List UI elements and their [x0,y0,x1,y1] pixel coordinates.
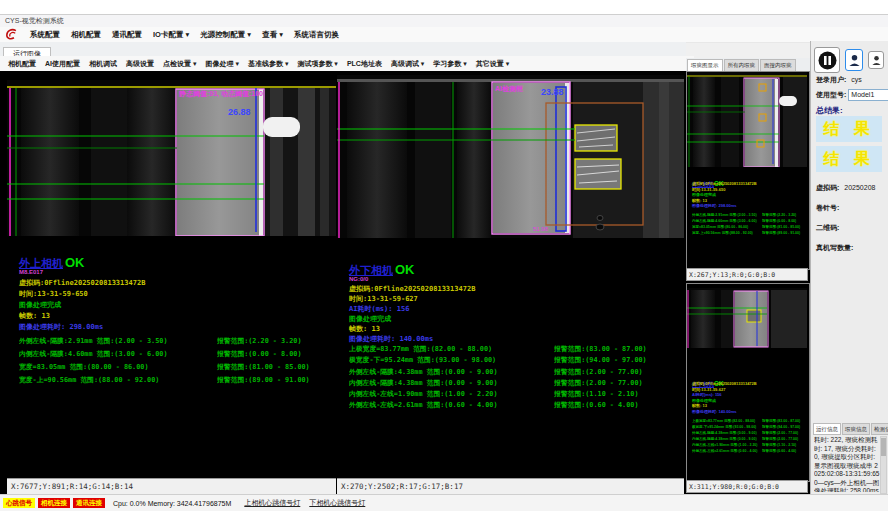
result-ok-lower: OK [395,262,415,277]
measure-alarm-range: 报警范围:(83.00 - 87.00) [554,344,680,355]
field-label: 卷针号: [816,204,839,211]
result-ok-upper: OK [65,255,85,270]
menu-bar: 系统配置相机配置通讯配置IO卡配置 ▾光源控制配置 ▾查看 ▾系统语言切换 [0,27,888,43]
measure-value: 宽度-上=90.56mm 范围:(88.00 - 92.00) [19,374,217,387]
toolbar-item[interactable]: 点检设置 ▾ [163,59,196,69]
field-label: 真机写数量: [816,244,853,251]
defect-tab[interactable]: 所有内瑕疵 [724,59,760,71]
toolbar-item[interactable]: 基准线参数 ▾ [248,59,288,69]
measurements-lower: 上极宽度=83.77mm 范围:(82.00 - 88.00) 报警范围:(83… [349,344,680,412]
info-tab[interactable]: 运行信息 [813,423,841,435]
info-tab[interactable]: 检测信息 [871,423,888,435]
defect-tab[interactable]: 面搜内瑕疵 [760,59,796,71]
toolbar-item[interactable]: 学习参数 ▾ [433,59,466,69]
info-tabs: 运行信息瑕疵信息检测信息 [813,423,888,435]
menu-item[interactable]: 通讯配置 [112,30,142,40]
pixel-status-upper: X:7677;Y:891;R:14;G:14;B:14 [7,478,336,494]
app-logo-icon [5,28,19,41]
toolbar-item[interactable]: 相机调试 [89,59,117,69]
mini-lines-bottom: 虚拟码:0Ffline2025020813313472B时间:13-31-59-… [692,381,757,414]
window-title: CYS-视觉检测系统 [5,17,64,24]
model-select[interactable]: Model1 [848,89,888,101]
camera-sub-lower: NG:0/0 [349,276,368,282]
tool-bar: 相机配置AI使用配置相机调试高级设置点检设置 ▾图像处理 ▾基准线参数 ▾测试项… [0,56,694,72]
measure-alarm-range: 报警范围:(2.20 - 3.20) [217,335,332,348]
toolbar-item[interactable]: 其它设置 ▾ [476,59,509,69]
defect-tab[interactable]: 瑕疵图显示 [687,59,723,71]
info-line: 帧数: 13 [349,324,475,334]
mini-info-line: 图像处理耗时: 140.00ms [692,409,757,415]
status-badges: 心跳信号相机连接通讯连接 [3,498,105,508]
measure-alarm-range: 报警范围:(2.00 - 77.00) [554,367,680,378]
toolbar-item[interactable]: PLC地址表 [347,59,382,69]
status-badge: 相机连接 [38,498,70,508]
toolbar-items: 相机配置AI使用配置相机调试高级设置点检设置 ▾图像处理 ▾基准线参数 ▾测试项… [8,59,509,69]
login-user-row: 登录用户: cys [816,75,862,85]
pause-icon [818,51,837,70]
pause-button[interactable] [814,47,840,73]
login-user-value: cys [851,76,862,83]
field-value: 20250208 [844,184,875,191]
measure-row: 外侧左线-隔膜:4.38mm 范围:(0.00 - 9.00) 报警范围:(2.… [349,367,680,378]
result-box: 结 果 [816,146,882,172]
measurements-upper: 外侧左线-隔膜:2.91mm 范围:(2.00 - 3.50) 报警范围:(2.… [19,335,332,387]
measure-row: 上极宽度=83.77mm 范围:(82.00 - 88.00) 报警范围:(83… [349,344,680,355]
mini-measure-row: 宽度-上=90.56mm 范围:(88.00 - 92.00) 报警范围:(89… [692,230,808,236]
info-tab[interactable]: 瑕疵信息 [842,423,870,435]
control-buttons [814,47,888,73]
measure-alarm-range: 报警范围:(94.00 - 97.00) [554,355,680,366]
control-panel: 登录用户: cys 使用型号:Model1 总结果: 结 果结 果 虚拟码: 2… [810,41,888,494]
toolbar-item[interactable]: AI使用配置 [45,59,80,69]
measure-value: 外侧左线-隔膜:2.91mm 范围:(2.00 - 3.50) [19,335,217,348]
measure-alarm-range: 报警范围:(89.00 - 91.00) [217,374,332,387]
control-field-row: 二维码: [816,223,842,233]
measure-row: 内侧左线-隔膜:4.38mm 范围:(0.00 - 9.00) 报警范围:(2.… [349,378,680,389]
info-lines-upper: 虚拟码:0Ffline2025020813313472B时间:13-31-59-… [19,278,145,333]
menu-item[interactable]: 系统语言切换 [294,30,339,40]
overlay-blue-value-lower: 23.88 [541,87,564,97]
measure-value: 内侧左线-左线=1.90mm 范围:(1.00 - 2.20) [349,389,554,400]
defect-tabs: 瑕疵图显示所有内瑕疵面搜内瑕疵 [686,58,810,71]
info-line: 时间:13-31-59-627 [349,294,475,304]
field-label: 虚拟码: [816,184,839,191]
app-window: CYS-视觉检测系统 系统配置相机配置通讯配置IO卡配置 ▾光源控制配置 ▾查看… [0,14,888,511]
measure-alarm-range: 报警范围:(0.00 - 8.00) [217,348,332,361]
toolbar-item[interactable]: 高级设置 [126,59,154,69]
result-box: 结 果 [816,116,882,142]
toolbar-item[interactable]: 图像处理 ▾ [205,59,238,69]
heartbeat-lamp-label: 下相机心跳信号灯 [309,498,365,508]
run-info-text: 耗时: 222, 瑕疵检测耗时: 17, 瑕疵分类耗时: 0, 瑕疵提取分区耗时… [814,436,880,492]
mini-info-line: 虚拟码:0Ffline2025020813313472B [692,381,757,387]
defect-image-bottom[interactable] [687,288,807,348]
total-result-label: 总结果: [816,105,843,116]
info-line: 图像处理完成 [349,314,475,324]
menu-item[interactable]: 系统配置 [30,30,60,40]
info-line: 帧数: 13 [19,311,145,322]
toolbar-item[interactable]: 测试项参数 ▾ [297,59,337,69]
measure-row: 极宽度-下=95.24mm 范围:(93.00 - 98.00) 报警范围:(9… [349,355,680,366]
heartbeat-links: 上相机心跳信号灯下相机心跳信号灯 [235,498,365,508]
menu-item[interactable]: IO卡配置 ▾ [153,30,189,40]
menu-item[interactable]: 查看 ▾ [262,30,283,40]
user-icon [849,54,860,67]
defect-column: 瑕疵图显示所有内瑕疵面搜内瑕疵 [686,58,810,494]
toolbar-item[interactable]: 相机配置 [8,59,36,69]
user-manage-button[interactable] [868,51,884,69]
menu-item[interactable]: 相机配置 [71,30,101,40]
toolbar-item[interactable]: 高级调试 ▾ [391,59,424,69]
camera-image-lower[interactable]: AI检测框 23.88 51.98 [337,75,684,238]
model-label: 使用型号: [816,91,846,98]
measure-value: 极宽度-下=95.24mm 范围:(93.00 - 98.00) [349,355,554,366]
camera-view-upper: 26.88 静态阈值:93, 动态阈值:100 外上相机OK M8.E017 虚… [7,72,336,494]
defect-image-top[interactable] [687,72,807,167]
info-line: 虚拟码:0Ffline2025020813313472B [349,284,475,294]
menu-item[interactable]: 光源控制配置 ▾ [200,30,251,40]
info-scrollbar[interactable] [880,436,887,494]
camera-name-lower: 外下相机 [349,264,393,276]
info-line: 图像处理耗时: 298.00ms [19,322,145,333]
info-line: 虚拟码:0Ffline2025020813313472B [19,278,145,289]
mini-lines-top: 虚拟码:0Ffline2025020813313472B时间:13-31-59-… [692,181,757,209]
measure-row: 内侧左线-隔膜:4.60mm 范围:(3.00 - 6.00) 报警范围:(0.… [19,348,332,361]
user-login-button[interactable] [845,49,863,71]
camera-image-upper[interactable]: 26.88 静态阈值:93, 动态阈值:100 [7,80,336,236]
